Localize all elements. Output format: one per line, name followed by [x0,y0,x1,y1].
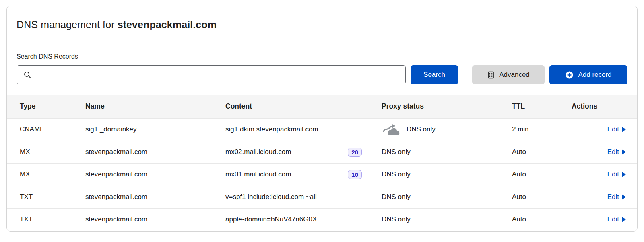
search-input[interactable] [35,66,400,84]
record-ttl: Auto [499,208,559,231]
search-icon [23,71,31,79]
record-ttl: Auto [499,186,559,208]
plus-circle-icon [565,71,574,79]
proxy-status-text: DNS only [382,193,411,201]
edit-link-label: Edit [607,193,619,201]
edit-link[interactable]: Edit [607,148,626,156]
advanced-button[interactable]: Advanced [472,65,545,84]
record-proxy-status: DNS only [368,208,499,231]
page-title: DNS management for stevenpackmail.com [17,19,627,31]
record-content: mx01.mail.icloud.com10 [211,163,368,186]
record-name: sig1._domainkey [71,118,211,141]
column-header-name: Name [71,95,211,118]
proxy-status-text: DNS only [382,170,411,178]
edit-link[interactable]: Edit [607,170,626,178]
record-actions: Edit [559,208,637,231]
search-box [17,65,406,84]
table-row-txt-apple: TXT stevenpackmail.com apple-domain=bNuV… [7,208,637,231]
edit-link-label: Edit [607,170,619,178]
column-header-content: Content [211,95,368,118]
record-content-text: sig1.dkim.stevenpackmail.com... [225,125,324,133]
edit-link[interactable]: Edit [607,193,626,201]
page-title-prefix: DNS management for [17,19,118,30]
record-proxy-status: DNS only [368,186,499,208]
add-record-button[interactable]: Add record [549,65,627,84]
edit-link-label: Edit [607,125,619,133]
record-type: MX [7,163,71,186]
advanced-list-icon [487,71,495,79]
record-name: stevenpackmail.com [71,163,211,186]
record-type: MX [7,141,71,163]
edit-link[interactable]: Edit [607,125,626,133]
record-content-text: mx01.mail.icloud.com [225,170,291,178]
table-row-cname: CNAME sig1._domainkey sig1.dkim.stevenpa… [7,118,637,141]
record-type: TXT [7,208,71,231]
table-row-txt-spf: TXT stevenpackmail.com v=spf1 include:ic… [7,186,637,208]
record-content-text: v=spf1 include:icloud.com ~all [225,193,317,201]
record-name: stevenpackmail.com [71,186,211,208]
column-header-proxy-status: Proxy status [368,95,499,118]
record-proxy-status: DNS only [368,118,499,141]
record-proxy-status: DNS only [368,141,499,163]
record-name: stevenpackmail.com [71,208,211,231]
table-row-mx-10: MX stevenpackmail.com mx01.mail.icloud.c… [7,163,637,186]
proxy-status-text: DNS only [382,215,411,223]
edit-link[interactable]: Edit [607,215,626,224]
column-header-type: Type [7,95,71,118]
search-button[interactable]: Search [411,65,458,84]
edit-arrow-icon [622,217,626,222]
page-title-domain: stevenpackmail.com [118,19,217,30]
edit-arrow-icon [622,149,626,155]
search-label: Search DNS Records [17,53,627,60]
record-ttl: Auto [499,141,559,163]
edit-arrow-icon [622,172,626,177]
record-actions: Edit [559,118,637,141]
edit-link-label: Edit [607,215,619,224]
record-ttl: Auto [499,163,559,186]
dns-only-cloud-icon [382,123,401,136]
record-proxy-status: DNS only [368,163,499,186]
search-toolbar: Search Advanced Add record [17,65,627,84]
record-content: apple-domain=bNuV47n6G0X... [211,208,368,231]
record-content: v=spf1 include:icloud.com ~all [211,186,368,208]
dns-management-card: DNS management for stevenpackmail.com Se… [6,6,638,232]
record-ttl: 2 min [499,118,559,141]
column-header-actions: Actions [559,95,637,118]
table-row-mx-20: MX stevenpackmail.com mx02.mail.icloud.c… [7,141,637,163]
dns-records-table: Type Name Content Proxy status TTL Actio… [7,95,637,231]
record-name: stevenpackmail.com [71,141,211,163]
record-content: sig1.dkim.stevenpackmail.com... [211,118,368,141]
proxy-status-text: DNS only [382,148,411,156]
record-content: mx02.mail.icloud.com20 [211,141,368,163]
card-top-section: DNS management for stevenpackmail.com Se… [7,6,637,84]
record-actions: Edit [559,163,637,186]
toolbar-buttons: Advanced Add record [472,65,627,84]
priority-badge: 10 [348,170,362,179]
record-content-text: apple-domain=bNuV47n6G0X... [225,215,322,224]
edit-arrow-icon [622,127,626,132]
proxy-status-text: DNS only [407,125,436,133]
edit-link-label: Edit [607,148,619,156]
record-type: CNAME [7,118,71,141]
record-content-text: mx02.mail.icloud.com [225,148,291,156]
column-header-ttl: TTL [499,95,559,118]
record-actions: Edit [559,141,637,163]
record-type: TXT [7,186,71,208]
add-record-button-label: Add record [578,71,611,79]
edit-arrow-icon [622,194,626,200]
record-actions: Edit [559,186,637,208]
advanced-button-label: Advanced [499,71,530,79]
priority-badge: 20 [348,148,362,157]
table-header-row: Type Name Content Proxy status TTL Actio… [7,95,637,118]
